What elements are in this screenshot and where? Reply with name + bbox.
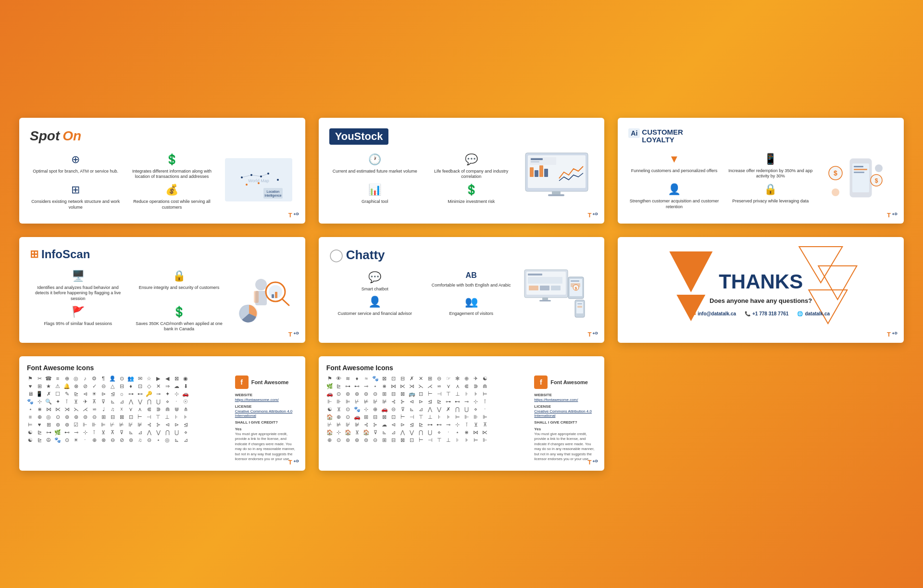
fa-icon: ⋔ <box>182 406 189 413</box>
fa-icon: ☎ <box>45 375 52 382</box>
fa-icon: ⊸ <box>363 383 370 389</box>
ys-feature-1: 🕐 Current and estimated future market vo… <box>329 153 421 180</box>
spoton-slide: SpotOn ⊕ Optimal spot for branch, ATM or… <box>19 118 305 224</box>
fa-icon: ⋃ <box>173 429 180 436</box>
ai-phone-svg: $ $ <box>826 149 888 212</box>
fa-icon: ⊝ <box>146 437 152 443</box>
fa-icon: 🔍 <box>45 399 52 405</box>
ai-loyalty-slide: Ai CUSTOMER LOYALTY ▼ Funneling customer… <box>618 118 904 224</box>
fa2-credit-answer: Yes <box>534 427 597 431</box>
fa-icon: ☀ <box>91 391 98 397</box>
ai-loyalty-logo: CUSTOMER LOYALTY <box>642 128 683 144</box>
svg-rect-39 <box>254 291 259 303</box>
is-feature-1: 🖥️ Identifies and analyzes fraud behavio… <box>30 270 126 302</box>
fa-icon: ⊼ <box>91 399 98 405</box>
chatty-content: 💬 Smart chatbot AB Comfortable with both… <box>329 267 594 320</box>
fa-icon: ⊶ <box>45 429 52 436</box>
fa-icon: ⋄ <box>182 429 189 436</box>
is-text-3: Flags 95% of similar fraud sessions <box>44 321 112 327</box>
fa-icon: ☯ <box>27 437 34 443</box>
fa-icon: ⊽ <box>118 429 125 436</box>
fa-icon: ◀ <box>164 375 171 382</box>
svg-line-42 <box>282 299 289 305</box>
fa-icon: ⋒ <box>482 383 488 389</box>
fa-icon: ⊞ <box>36 383 43 389</box>
fa2-bottom-logo: T⁺ᴰ <box>587 459 598 466</box>
fa-icon: ⊿ <box>137 429 143 436</box>
fa-icon: ⊛ <box>354 391 361 397</box>
fa-icon: ♩ <box>100 406 107 413</box>
fa1-row-3: 🖥 📱 ✗ ☐ ✎ ⊵ ⊲ ☀ ⊳ ⊴ ☼ ⊶ ⊷ 🔑 ⊸ ✦ ⊹ <box>27 391 228 397</box>
fa-icon: ⊡ <box>409 437 415 443</box>
fa-icon: ⊠ <box>399 437 406 443</box>
svg-point-35 <box>832 188 839 196</box>
svg-rect-57 <box>571 280 579 282</box>
fa-icon: ⊼ <box>482 422 488 428</box>
contact-website: 🌐 datatalk.ca <box>797 311 830 316</box>
fa-icon: ¶ <box>100 375 107 382</box>
fa-icon: ⊻ <box>336 406 342 413</box>
fa-icon: ⊠ <box>118 414 125 420</box>
fa-icon: ⊶ <box>127 391 134 397</box>
fa-icon: ⊯ <box>354 422 361 428</box>
youstock-monitor <box>522 150 594 205</box>
fa1-row-7: ⊨ ♥ ⊞ ⊚ ⊛ ☑ ⊩ ⊪ ⊫ ⊬ ⊭ ⊮ ⊯ ⊰ ⊱ ⊲ ⊳ <box>27 422 228 428</box>
chatty-slide: ◯ Chatty 💬 Smart chatbot AB Comfortable … <box>319 237 605 343</box>
fa-icon: ⊵ <box>418 422 424 428</box>
fa-icon: ⋂ <box>454 406 461 413</box>
fa2-row-4: ⊩ ⊪ ⊫ ⊬ ⊭ ⊮ ⊯ ⊰ ⊱ ⊲ ⊳ ⊴ ⊵ ⊶ ⊷ ⊸ ⊹ <box>326 399 528 405</box>
fa-icon: ☐ <box>54 391 61 397</box>
feature-1-text: Optimal spot for branch, ATM or service … <box>33 169 118 175</box>
fa-icon: ⊗ <box>100 437 107 443</box>
ct-icon-2: AB <box>466 271 477 280</box>
fa2-brand-icon: f <box>534 375 548 389</box>
chatty-devices-svg: $ <box>522 267 593 320</box>
fa-icon: ⊭ <box>336 422 342 428</box>
ct-icon-4: 👥 <box>465 296 478 308</box>
svg-text:$: $ <box>834 169 837 177</box>
feature-3-text: Considers existing network structure and… <box>30 199 121 210</box>
fa-icon: ⊿ <box>182 437 189 443</box>
fa-icon: ⊷ <box>454 399 461 405</box>
fa-icon: ⊢ <box>427 391 434 397</box>
svg-point-7 <box>246 184 248 186</box>
fa-icon: ⊱ <box>155 422 162 428</box>
fa-icon: ✦ <box>54 399 61 405</box>
is-icon-3: 🚩 <box>72 306 85 318</box>
fa-icon: ⊸ <box>155 391 162 397</box>
fa-icon: ☯ <box>27 429 34 436</box>
is-icon-4: 💲 <box>173 306 186 318</box>
svg-rect-62 <box>577 306 582 308</box>
ai-feature-1: ▼ Funneling customers and personalized o… <box>628 153 720 179</box>
fa-icon: ⋋ <box>73 406 79 413</box>
infoscan-slide: ⊞ InfoScan 🖥️ Identifies and analyzes fr… <box>19 237 305 343</box>
fa-icon: ⊕ <box>63 375 70 382</box>
fa-icon: ⊺ <box>91 429 98 436</box>
fa-icon: ⊙ <box>336 437 342 443</box>
fa-icon: ⊟ <box>372 414 379 420</box>
fa-icon: ⋑ <box>155 406 162 413</box>
fa1-credit-text: You must give appropriate credit, provid… <box>235 432 298 462</box>
is-icon-2: 🔒 <box>173 270 186 282</box>
feature-2-icon: 💲 <box>165 153 178 166</box>
fa-icon: ⋀ <box>427 406 434 413</box>
youstock-bottom-logo: T⁺ᴰ <box>587 212 598 219</box>
fa-icon: ⊿ <box>118 399 125 405</box>
fa-icon: ⋅ <box>82 437 88 443</box>
fa-icon: ⊯ <box>137 422 143 428</box>
fa-icon: ⊣ <box>146 414 152 420</box>
fa1-content: ⚑ ✂ ☎ ≡ ⊕ ◎ ♪ ⚙ ¶ 👤 ⊙ 👥 ✉ ☆ ▶ ◀ ⊠ <box>27 375 298 462</box>
fa-icon: ⊾ <box>381 429 388 436</box>
fa-icon: ✗ <box>445 406 452 413</box>
ai-bottom-logo: T⁺ᴰ <box>887 212 897 219</box>
fa-icon: ♦ <box>354 375 361 382</box>
thanks-bottom-logo: T⁺ᴰ <box>887 331 897 338</box>
fa-icon: ⊩ <box>482 437 488 443</box>
fa-icon: ⊹ <box>36 399 43 405</box>
fa-icon: ⊜ <box>82 414 88 420</box>
fa-icon: ⊕ <box>336 414 342 420</box>
ct-feature-1: 💬 Smart chatbot <box>329 271 421 292</box>
fa-icon: ⊪ <box>473 414 479 420</box>
fa-icon: ⋆ <box>372 383 379 389</box>
fa-icon: ⊥ <box>445 437 452 443</box>
